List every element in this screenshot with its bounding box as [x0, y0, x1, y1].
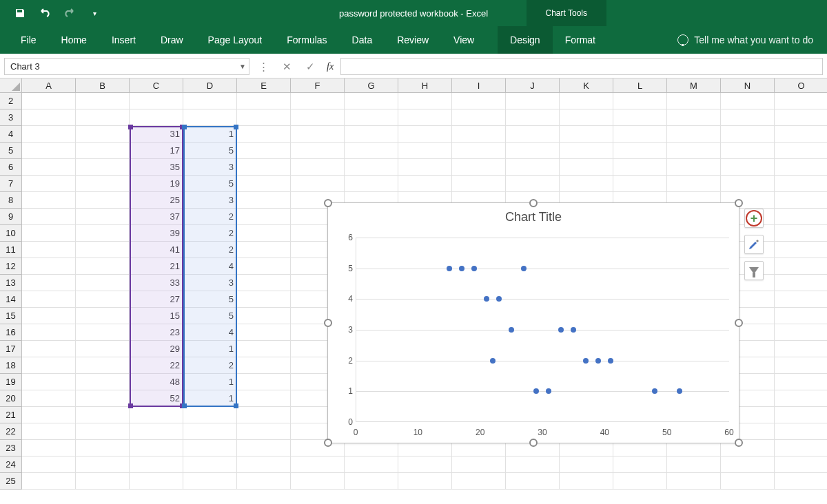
cell-F4[interactable]	[291, 126, 345, 143]
cell-B15[interactable]	[76, 308, 130, 324]
chart-resize-handle[interactable]	[735, 319, 743, 327]
row-header-8[interactable]: 8	[0, 192, 22, 209]
cell-O21[interactable]	[775, 407, 827, 423]
cell-D21[interactable]	[183, 407, 237, 423]
cell-C8[interactable]: 25	[130, 192, 183, 209]
cell-A7[interactable]	[22, 176, 76, 192]
column-header-A[interactable]: A	[22, 78, 76, 92]
cell-H3[interactable]	[398, 109, 452, 126]
cell-D2[interactable]	[183, 93, 237, 109]
cell-E18[interactable]	[237, 357, 291, 374]
cell-I3[interactable]	[452, 109, 506, 126]
cell-B24[interactable]	[76, 456, 130, 473]
name-box[interactable]: Chart 3 ▼	[4, 58, 249, 75]
cell-A15[interactable]	[22, 308, 76, 324]
cell-N2[interactable]	[721, 93, 775, 109]
cell-A2[interactable]	[22, 93, 76, 109]
row-header-21[interactable]: 21	[0, 407, 22, 423]
cell-I24[interactable]	[452, 456, 506, 473]
cell-A10[interactable]	[22, 225, 76, 242]
column-header-M[interactable]: M	[667, 78, 721, 92]
chart-data-point[interactable]	[595, 358, 601, 364]
cell-E24[interactable]	[237, 456, 291, 473]
cell-E7[interactable]	[237, 176, 291, 192]
cell-L6[interactable]	[613, 159, 667, 176]
row-header-7[interactable]: 7	[0, 176, 22, 192]
row-header-4[interactable]: 4	[0, 126, 22, 143]
cell-D14[interactable]: 5	[183, 291, 237, 308]
cell-J3[interactable]	[506, 109, 560, 126]
chart-resize-handle[interactable]	[529, 439, 538, 447]
row-header-24[interactable]: 24	[0, 456, 22, 473]
cell-C15[interactable]: 15	[130, 308, 183, 324]
cell-A12[interactable]	[22, 258, 76, 275]
cell-I25[interactable]	[452, 473, 506, 490]
cancel-formula-icon[interactable]: ✕	[280, 61, 294, 73]
cell-D9[interactable]: 2	[183, 209, 237, 225]
chart-data-point[interactable]	[583, 358, 589, 364]
cell-D8[interactable]: 3	[183, 192, 237, 209]
cell-G6[interactable]	[345, 159, 398, 176]
tell-me-search[interactable]: Tell me what you want to do	[677, 26, 813, 54]
cell-O13[interactable]	[775, 275, 827, 291]
cell-A5[interactable]	[22, 143, 76, 159]
row-header-6[interactable]: 6	[0, 159, 22, 176]
name-box-dropdown-icon[interactable]: ▼	[239, 63, 246, 70]
cell-A24[interactable]	[22, 456, 76, 473]
cell-F3[interactable]	[291, 109, 345, 126]
cell-I6[interactable]	[452, 159, 506, 176]
cell-D3[interactable]	[183, 109, 237, 126]
ribbon-tab-design[interactable]: Design	[498, 26, 553, 54]
select-all-button[interactable]	[0, 78, 22, 92]
cell-E23[interactable]	[237, 440, 291, 456]
cell-M6[interactable]	[667, 159, 721, 176]
chart-data-point[interactable]	[677, 388, 682, 394]
cell-B2[interactable]	[76, 93, 130, 109]
cell-A18[interactable]	[22, 357, 76, 374]
cell-O2[interactable]	[775, 93, 827, 109]
cell-A4[interactable]	[22, 126, 76, 143]
chart-data-point[interactable]	[484, 296, 489, 302]
cell-G3[interactable]	[345, 109, 398, 126]
cell-E17[interactable]	[237, 341, 291, 357]
cell-K25[interactable]	[560, 473, 613, 490]
cell-C14[interactable]: 27	[130, 291, 183, 308]
cell-A22[interactable]	[22, 423, 76, 440]
cell-I7[interactable]	[452, 176, 506, 192]
cell-M2[interactable]	[667, 93, 721, 109]
cell-E22[interactable]	[237, 423, 291, 440]
row-header-22[interactable]: 22	[0, 423, 22, 440]
cell-L24[interactable]	[613, 456, 667, 473]
cell-A20[interactable]	[22, 390, 76, 407]
cell-K3[interactable]	[560, 109, 613, 126]
ribbon-tab-home[interactable]: Home	[49, 26, 99, 54]
cell-D11[interactable]: 2	[183, 242, 237, 258]
cell-A9[interactable]	[22, 209, 76, 225]
cell-F7[interactable]	[291, 176, 345, 192]
row-header-12[interactable]: 12	[0, 258, 22, 275]
row-header-17[interactable]: 17	[0, 341, 22, 357]
cell-O3[interactable]	[775, 109, 827, 126]
cell-H7[interactable]	[398, 176, 452, 192]
column-header-E[interactable]: E	[237, 78, 291, 92]
cell-B7[interactable]	[76, 176, 130, 192]
cell-N5[interactable]	[721, 143, 775, 159]
row-header-18[interactable]: 18	[0, 357, 22, 374]
cell-B6[interactable]	[76, 159, 130, 176]
cell-O14[interactable]	[775, 291, 827, 308]
cell-A16[interactable]	[22, 324, 76, 341]
cell-J4[interactable]	[506, 126, 560, 143]
cell-C21[interactable]	[130, 407, 183, 423]
cell-L2[interactable]	[613, 93, 667, 109]
row-header-14[interactable]: 14	[0, 291, 22, 308]
ribbon-tab-format[interactable]: Format	[553, 26, 608, 54]
cell-L7[interactable]	[613, 176, 667, 192]
cell-O12[interactable]	[775, 258, 827, 275]
formula-options-icon[interactable]: ⋮	[256, 61, 270, 73]
cell-D12[interactable]: 4	[183, 258, 237, 275]
cell-K2[interactable]	[560, 93, 613, 109]
cell-A14[interactable]	[22, 291, 76, 308]
cell-B11[interactable]	[76, 242, 130, 258]
cell-A19[interactable]	[22, 374, 76, 390]
formula-input[interactable]	[340, 58, 823, 75]
